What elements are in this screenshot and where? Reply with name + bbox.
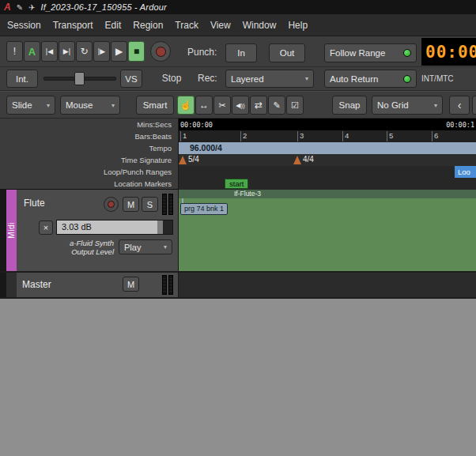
ruler-label-loop[interactable]: Loop/Punch Ranges [0,166,175,178]
menu-help[interactable]: Help [288,20,308,31]
chevron-down-icon: ▾ [47,102,50,109]
flute-solo-button[interactable]: S [142,197,158,212]
menu-window[interactable]: Window [243,20,277,31]
rec-mode-label: Rec: [198,73,217,84]
auto-return-button[interactable]: Auto Return [324,70,417,88]
metronome-button[interactable]: A [28,46,36,58]
flute-region[interactable]: If-Flute-3 prg 74 bnk 1 [178,190,476,271]
grab-tool-button[interactable]: ☝ [177,96,195,115]
punch-in-button[interactable]: In [225,43,257,62]
goto-start-button[interactable]: |◀ [41,41,58,62]
shuttle-handle[interactable] [74,72,85,85]
play-mode-select[interactable]: Play ▾ [119,239,172,254]
edit-point-select[interactable]: Mouse ▾ [60,96,120,115]
menu-track[interactable]: Track [175,20,198,31]
ruler-label-minsecs[interactable]: Mins:Secs [0,119,175,130]
ruler-minsecs[interactable]: 00:00:00 00:00:1 [178,119,476,130]
editor-canvas-empty[interactable] [0,299,476,456]
timesig-marker-icon[interactable] [179,156,187,164]
gain-knob[interactable] [157,220,163,234]
varispeed-button[interactable]: VS [120,70,142,88]
master-lane[interactable] [178,273,476,297]
play-selection-button[interactable]: |▶ [93,41,110,62]
snap-button[interactable]: Snap [332,96,367,115]
region-name-bar[interactable]: If-Flute-3 [179,190,476,198]
loop-range-chip[interactable]: Loo [455,166,476,178]
flute-track-name[interactable]: Flute [24,198,45,209]
auto-return-led-icon [403,75,411,83]
ruler-bars[interactable]: 1 2 3 4 5 6 [178,130,476,142]
ruler-label-markers[interactable]: Location Markers [0,178,175,190]
ardour-logo-icon: A [4,2,11,13]
edit-mode-select[interactable]: Slide ▾ [6,96,55,115]
timesig-marker-icon[interactable] [293,156,301,164]
midi-panic-button[interactable]: ! [6,41,23,62]
ruler-timesig[interactable]: 5/4 4/4 [178,154,476,166]
master-track-name[interactable]: Master [22,279,51,290]
timesig-a[interactable]: 5/4 [188,155,199,164]
record-button[interactable] [150,41,171,62]
flute-mute-button[interactable]: M [123,197,139,212]
follow-range-button[interactable]: Follow Range [324,43,417,62]
menu-transport[interactable]: Transport [53,20,93,31]
timesig-b[interactable]: 4/4 [303,155,314,164]
bar-number: 1 [180,131,187,141]
play-mode-value: Play [124,243,141,252]
track-area: Midi Flute M S × 3.03 dB a-Fluid Synth O… [0,190,476,299]
ruler-markers[interactable]: start [178,178,476,190]
record-mode-select[interactable]: Layered ▾ [225,70,314,88]
midi-type-strip: Midi [6,190,17,271]
grid-select[interactable]: No Grid ▾ [372,96,443,115]
edit-tool-button[interactable]: ☑ [286,96,304,115]
bar-number: 5 [387,131,393,141]
region-name: If-Flute-3 [234,190,261,198]
menu-edit[interactable]: Edit [105,20,122,31]
goto-end-button[interactable]: ▶| [59,41,75,62]
shuttle-slider[interactable] [43,72,116,85]
chevron-down-icon: ▾ [305,75,308,82]
ruler-row-loop: Loop/Punch Ranges Loo [0,166,476,178]
smart-mode-button[interactable]: Smart [136,96,174,115]
loop-button[interactable]: ↻ [76,41,93,62]
ruler-label-bars[interactable]: Bars:Beats [0,130,175,142]
menu-bar: Session Transport Edit Region Track View… [0,14,476,36]
rec-enable-button[interactable] [104,197,119,212]
master-type-strip [6,273,17,297]
track-x-button[interactable]: × [39,220,53,235]
draw-tool-button[interactable]: ✎ [268,96,285,115]
ruler-loop-punch[interactable]: Loo [178,166,476,178]
minsec-end-tick: 00:00:1 [446,121,474,129]
menu-view[interactable]: View [210,20,231,31]
punch-out-button[interactable]: Out [269,43,305,62]
timefx-tool-button[interactable]: ⇄ [250,96,267,115]
ruler-row-tempo: Tempo 96.000/4 [0,142,476,154]
bar-number: 6 [432,131,438,141]
int-sync-button[interactable]: Int. [6,70,38,88]
instrument-label: a-Fluid Synth Output Level [44,239,114,256]
range-tool-button[interactable]: ↔ [195,96,213,115]
primary-clock[interactable]: 00:00 [421,38,476,66]
ruler-label-timesig[interactable]: Time Signature [0,154,175,166]
start-marker[interactable]: start [225,179,248,189]
menu-session[interactable]: Session [7,20,41,31]
ruler-row-timesig: Time Signature 5/4 4/4 [0,154,476,166]
gain-fader[interactable]: 3.03 dB [56,220,173,235]
ruler-label-tempo[interactable]: Tempo [0,142,175,154]
stop-button[interactable]: ■ [128,41,145,62]
ruler-tempo[interactable]: 96.000/4 [178,142,476,154]
follow-range-label: Follow Range [330,48,385,58]
tempo-marker[interactable]: 96.000/4 [190,143,222,153]
punch-label: Punch: [187,47,217,58]
cut-tool-button[interactable]: ✂ [213,96,231,115]
menu-region[interactable]: Region [133,20,163,31]
patch-change-flag[interactable]: prg 74 bnk 1 [180,203,228,215]
audition-tool-button[interactable]: ◀)) [232,96,249,115]
window-title: If_2023-06-17_150955 - Ardour [40,2,167,12]
ardour-window: A ✎ ✈ If_2023-06-17_150955 - Ardour Sess… [0,0,476,456]
bar-number: 2 [240,131,247,141]
chevron-down-icon: ▾ [111,102,115,109]
master-mute-button[interactable]: M [123,277,139,292]
nudge-right-button[interactable]: › [472,96,476,115]
play-button[interactable]: ▶ [111,41,127,62]
nudge-left-button[interactable]: ‹ [449,96,470,115]
